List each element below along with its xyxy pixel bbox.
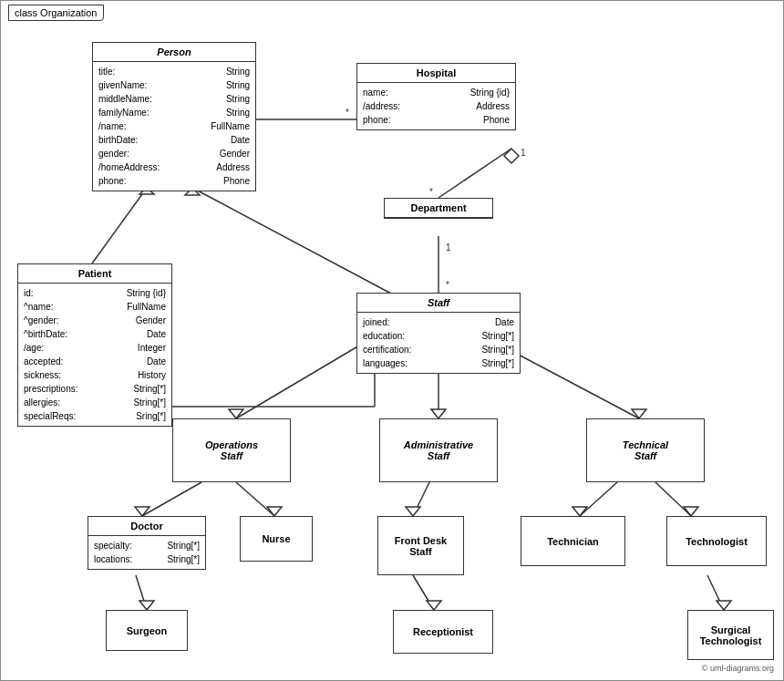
staff-attrs: joined:Date education:String[*] certific… <box>357 313 520 373</box>
technical-staff-class: Technical Staff <box>586 418 705 482</box>
front-desk-class: Front Desk Staff <box>377 516 464 575</box>
doctor-attrs: specialty:String[*] locations:String[*] <box>88 536 205 569</box>
svg-text:*: * <box>429 187 433 197</box>
svg-text:1: 1 <box>521 148 526 158</box>
svg-marker-33 <box>427 601 441 610</box>
svg-line-12 <box>192 188 393 294</box>
svg-marker-1 <box>504 149 519 163</box>
receptionist-class: Receptionist <box>393 610 493 654</box>
staff-class: Staff joined:Date education:String[*] ce… <box>356 293 521 374</box>
patient-attrs: id:String {id} ^name:FullName ^gender:Ge… <box>18 284 171 426</box>
svg-line-28 <box>655 482 691 516</box>
svg-marker-27 <box>573 507 587 516</box>
svg-text:*: * <box>346 108 349 118</box>
svg-text:*: * <box>446 280 449 290</box>
surgical-tech-class: Surgical Technologist <box>687 610 774 660</box>
hospital-title: Hospital <box>357 64 515 83</box>
technician-class: Technician <box>521 516 625 566</box>
doctor-title: Doctor <box>88 517 205 536</box>
hospital-attrs: name:String {id} /address:Address phone:… <box>357 83 515 129</box>
svg-marker-29 <box>684 507 698 516</box>
svg-marker-35 <box>717 601 731 610</box>
svg-line-34 <box>707 575 724 610</box>
svg-marker-31 <box>139 601 154 610</box>
doctor-class: Doctor specialty:String[*] locations:Str… <box>88 516 206 570</box>
department-class: Department <box>384 198 493 219</box>
svg-line-30 <box>136 575 147 610</box>
svg-marker-19 <box>632 409 646 418</box>
hospital-class: Hospital name:String {id} /address:Addre… <box>356 63 516 130</box>
svg-marker-21 <box>135 507 150 516</box>
admin-staff-class: Administrative Staff <box>379 418 498 482</box>
patient-title: Patient <box>18 264 171 284</box>
operations-staff-class: Operations Staff <box>172 418 291 482</box>
svg-marker-17 <box>431 409 446 418</box>
svg-line-14 <box>236 336 375 418</box>
svg-line-0 <box>438 149 511 198</box>
staff-title: Staff <box>357 294 520 313</box>
department-title: Department <box>385 199 492 218</box>
svg-line-10 <box>92 188 147 263</box>
diagram-title: class Organization <box>8 5 104 21</box>
svg-line-24 <box>413 482 429 516</box>
svg-marker-25 <box>406 507 420 516</box>
svg-text:1: 1 <box>446 242 451 253</box>
nurse-class: Nurse <box>240 516 313 562</box>
svg-marker-15 <box>229 409 243 418</box>
person-title: Person <box>93 43 255 62</box>
svg-line-26 <box>580 482 617 516</box>
surgeon-class: Surgeon <box>106 610 188 651</box>
svg-line-32 <box>413 575 434 610</box>
copyright: © uml-diagrams.org <box>702 664 774 673</box>
person-class: Person title:String givenName:String mid… <box>92 42 256 191</box>
patient-class: Patient id:String {id} ^name:FullName ^g… <box>17 263 172 427</box>
svg-line-22 <box>236 482 274 516</box>
diagram-container: class Organization 1 * 1 * * * <box>0 0 784 681</box>
technologist-class: Technologist <box>666 516 767 566</box>
person-attrs: title:String givenName:String middleName… <box>93 62 255 191</box>
svg-marker-23 <box>267 507 282 516</box>
svg-line-20 <box>142 482 201 516</box>
